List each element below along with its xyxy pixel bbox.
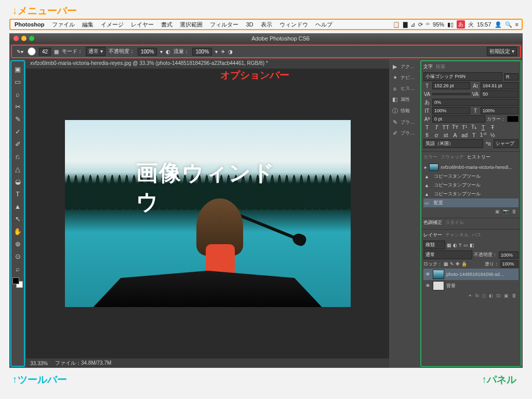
hscale-field[interactable]: 100% — [481, 107, 518, 114]
layer-row[interactable]: 👁背景 — [423, 280, 518, 291]
menu-書式[interactable]: 書式 — [157, 21, 176, 28]
antialias-select[interactable]: シャープ — [494, 139, 518, 148]
menu-選択範囲[interactable]: 選択範囲 — [176, 21, 206, 28]
smallcaps-button[interactable]: Tᴛ — [451, 124, 459, 130]
menu-ヘルプ[interactable]: ヘルプ — [312, 21, 336, 28]
tool-button-7[interactable]: ⎌ — [12, 151, 23, 162]
superscript-button[interactable]: T¹ — [461, 124, 468, 130]
user-icon[interactable]: 👤 — [495, 21, 502, 28]
tracking-field[interactable]: 50 — [481, 90, 518, 98]
brush-panel-icon[interactable]: ▦ — [54, 49, 59, 55]
menu-レイヤー[interactable]: レイヤー — [127, 21, 157, 28]
flow-field[interactable]: 100% — [192, 48, 212, 56]
lock-pos-icon[interactable]: ✥ — [456, 261, 460, 267]
tool-button-11[interactable]: ▲ — [12, 201, 23, 212]
menu-icon[interactable]: ≡ — [515, 21, 518, 28]
tool-button-0[interactable]: ▣ — [12, 63, 23, 75]
filter-pixel-icon[interactable]: ▦ — [447, 243, 451, 248]
tool-button-3[interactable]: ✂ — [12, 101, 23, 112]
document-tab[interactable]: xvfzo6lmb0-maria-victoria-heredia-reyes.… — [26, 59, 389, 69]
ord-button[interactable]: σ — [433, 132, 440, 138]
leading-field[interactable]: 164.61 pt — [481, 82, 518, 89]
text-color-swatch[interactable] — [507, 116, 518, 122]
new-fill-icon[interactable]: ◐ — [489, 293, 493, 298]
filter-type-icon[interactable]: T — [459, 243, 462, 248]
bold-button[interactable]: T — [423, 124, 431, 130]
font-style-select[interactable]: R — [504, 73, 518, 81]
layer-opacity-field[interactable]: 100% — [499, 251, 518, 259]
history-doc-row[interactable]: ▸ xvfzo6lmb0-maria-victoria-heredi... — [423, 163, 518, 172]
tab-swatch[interactable]: スウォッチ — [441, 154, 464, 161]
alt-button[interactable]: A — [451, 132, 459, 138]
search-icon[interactable]: 🔍 — [505, 21, 512, 28]
half-button[interactable]: ½ — [489, 132, 496, 138]
tab-paths[interactable]: パス — [472, 232, 481, 238]
close-icon[interactable] — [14, 36, 19, 41]
tool-button-5[interactable]: ✓ — [12, 126, 23, 137]
delete-layer-icon[interactable]: 🗑 — [512, 293, 516, 298]
new-group-icon[interactable]: 🗀 — [496, 293, 501, 298]
underline-button[interactable]: T — [480, 124, 487, 130]
italic-button[interactable]: T — [433, 124, 440, 130]
collapsed-panel-情報[interactable]: ⓘ情報 — [389, 107, 420, 115]
tool-button-13[interactable]: ✋ — [12, 225, 23, 237]
tool-button-6[interactable]: ✐ — [12, 138, 23, 150]
layer-row[interactable]: 👁photo-1448518184296-a2... — [423, 269, 518, 280]
tool-button-12[interactable]: ↖ — [12, 213, 23, 224]
swash-button[interactable]: st — [442, 132, 449, 138]
kerning-field[interactable] — [432, 93, 470, 95]
pressure-opacity-icon[interactable]: ◐ — [166, 49, 170, 55]
workspace-preset[interactable]: 初期設定 ▾ — [487, 47, 517, 56]
collapsed-panel-ヒス…[interactable]: ≡ヒス… — [389, 85, 420, 92]
layer-fx-icon[interactable]: fx — [475, 293, 479, 298]
new-layer-icon[interactable]: ▣ — [504, 293, 509, 298]
subscript-button[interactable]: T₁ — [470, 124, 477, 130]
blend-mode-select[interactable]: 通常 ▾ — [86, 47, 105, 56]
fi-button[interactable]: fi — [423, 132, 431, 138]
visibility-icon[interactable]: 👁 — [424, 272, 431, 277]
menu-フィルター[interactable]: フィルター — [206, 21, 242, 28]
visibility-icon[interactable]: 👁 — [424, 283, 431, 288]
filter-smart-icon[interactable]: ◧ — [470, 243, 474, 248]
brush-tool-icon[interactable]: ✎▾ — [15, 49, 24, 55]
brush-size-field[interactable]: 42 — [39, 48, 51, 56]
collapsed-panel-ブラ…[interactable]: ✎ブラ… — [389, 119, 420, 126]
layer-kind-select[interactable]: 種類 — [423, 241, 445, 249]
collapsed-panel-ナビ…[interactable]: ✦ナビ… — [389, 74, 420, 81]
language-select[interactable]: 英語（米国） — [423, 139, 483, 148]
lock-all-icon[interactable]: 🔒 — [461, 261, 467, 267]
layer-blend-select[interactable]: 通常 — [423, 250, 472, 259]
collapsed-panel-属性[interactable]: ◧属性 — [389, 96, 420, 103]
font-size-field[interactable]: 152.26 pt — [432, 82, 470, 89]
tab-history[interactable]: ヒストリー — [467, 154, 490, 161]
tool-button-2[interactable]: ⌕ — [12, 88, 23, 100]
menu-ウィンドウ[interactable]: ウィンドウ — [276, 21, 312, 28]
new-snapshot-icon[interactable]: 📷 — [503, 209, 509, 214]
zoom-icon[interactable] — [29, 36, 34, 41]
tool-button-10[interactable]: T — [12, 188, 23, 200]
tool-button-15[interactable]: ⊙ — [12, 250, 23, 262]
collapsed-panel-アク…[interactable]: ▶アク… — [389, 63, 420, 70]
delete-state-icon[interactable]: 🗑 — [512, 209, 516, 214]
layer-mask-icon[interactable]: ◻ — [482, 293, 486, 298]
baseline-field[interactable]: 0% — [432, 99, 518, 106]
tab-styles[interactable]: スタイル — [445, 219, 464, 226]
collapsed-panel-ブラ…[interactable]: ✐ブラ… — [389, 130, 420, 137]
shift-field[interactable]: 0 pt — [432, 115, 485, 123]
menu-3D[interactable]: 3D — [242, 21, 257, 28]
menu-表示[interactable]: 表示 — [257, 21, 276, 28]
pressure-size-icon[interactable]: ◑ — [228, 49, 233, 55]
history-row-selected[interactable]: ▭ 配置 — [423, 198, 518, 207]
new-doc-from-state-icon[interactable]: ▣ — [495, 209, 500, 214]
layer-fill-field[interactable]: 100% — [500, 260, 519, 268]
lock-trans-icon[interactable]: ▦ — [444, 261, 448, 267]
color-swatches[interactable] — [12, 277, 23, 288]
zoom-level[interactable]: 33.33% — [30, 361, 48, 366]
frac-button[interactable]: 1ˢᵗ — [480, 131, 487, 138]
tool-button-16[interactable]: ⌕ — [12, 263, 23, 274]
tab-color[interactable]: カラー — [423, 154, 437, 161]
vscale-field[interactable]: 100% — [432, 107, 470, 114]
history-row[interactable]: ▲コピースタンプツール — [423, 181, 518, 190]
strike-button[interactable]: Ŧ — [489, 124, 496, 130]
filter-adjust-icon[interactable]: ◐ — [453, 243, 457, 248]
